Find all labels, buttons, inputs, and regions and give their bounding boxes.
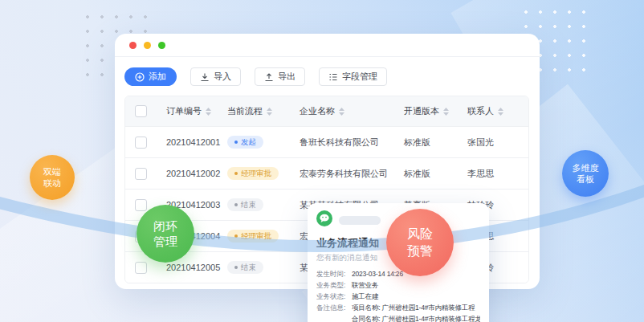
- page-background: 添加 导入 导出 字段管理: [0, 0, 644, 322]
- row-checkbox[interactable]: [135, 262, 147, 274]
- export-button-label: 导出: [278, 71, 296, 83]
- select-all-checkbox[interactable]: [135, 105, 147, 117]
- status-dot-icon: [234, 234, 238, 238]
- feature-badge-risk-warning: 风险预警: [386, 209, 454, 276]
- feature-badge-closed-loop: 闭环管理: [137, 205, 194, 263]
- col-header-order-id[interactable]: 订单编号: [166, 105, 202, 117]
- cell-order-id: 20210412005: [156, 263, 217, 272]
- upload-icon: [264, 72, 274, 82]
- field-manage-button[interactable]: 字段管理: [319, 67, 387, 86]
- flow-status-badge: 经理审批: [227, 167, 279, 180]
- flow-status-badge: 结束: [227, 198, 263, 211]
- window-maximize-icon[interactable]: [158, 42, 165, 49]
- cell-version: 标准版: [393, 137, 457, 149]
- col-header-flow[interactable]: 当前流程: [227, 105, 263, 117]
- notification-field: 发生时间:2023-03-14 14:26: [316, 268, 480, 279]
- notification-field: 合同名称: 广州碧桂园1-4#市内精装修工程龙骨采购合同: [316, 313, 480, 322]
- export-button[interactable]: 导出: [255, 67, 305, 86]
- status-dot-icon: [234, 172, 238, 175]
- notification-field: 业务状态:施工在建: [316, 291, 480, 302]
- status-dot-icon: [234, 141, 238, 144]
- cell-contact: 李思思: [457, 168, 528, 180]
- add-button-label: 添加: [149, 71, 166, 83]
- sort-icon[interactable]: [206, 108, 211, 116]
- cell-order-id: 20210412001: [156, 137, 217, 147]
- col-header-version[interactable]: 开通版本: [404, 105, 439, 117]
- row-checkbox[interactable]: [135, 199, 147, 211]
- sort-icon[interactable]: [498, 108, 503, 116]
- col-header-company[interactable]: 企业名称: [300, 105, 335, 117]
- cell-contact: 张国光: [457, 137, 528, 149]
- sort-icon[interactable]: [267, 108, 272, 116]
- feature-badge-dual-linkage: 双端联动: [30, 155, 75, 200]
- cell-company: 宏泰劳务科技有限公司: [289, 168, 393, 180]
- add-button[interactable]: 添加: [124, 67, 177, 86]
- download-icon: [200, 72, 210, 82]
- list-icon: [328, 72, 338, 82]
- row-checkbox[interactable]: [135, 168, 147, 180]
- wechat-icon: [316, 210, 332, 230]
- status-dot-icon: [234, 266, 238, 269]
- cell-version: 标准版: [393, 168, 457, 180]
- row-checkbox[interactable]: [135, 137, 147, 149]
- window-minimize-icon[interactable]: [144, 42, 151, 49]
- cell-order-id: 20210412002: [156, 169, 217, 178]
- sender-name-placeholder: [339, 216, 381, 225]
- window-close-icon[interactable]: [129, 42, 137, 49]
- status-dot-icon: [234, 203, 238, 206]
- import-button[interactable]: 导入: [190, 67, 241, 86]
- notification-field: 业务类型:联营业务: [316, 279, 480, 291]
- notification-field: 备注信息:项目名称: 广州碧桂园1-4#市内精装修工程: [316, 302, 480, 313]
- table-row[interactable]: 20210412001 发起 鲁班长科技有限公司 标准版 张国光: [125, 126, 528, 157]
- flow-status-badge: 发起: [227, 136, 263, 149]
- table-header-row: 订单编号 当前流程 企业名称 开通版本 联系人: [125, 96, 528, 126]
- cell-company: 鲁班长科技有限公司: [289, 137, 393, 149]
- flow-status-badge: 结束: [227, 261, 263, 274]
- table-row[interactable]: 20210412002 经理审批 宏泰劳务科技有限公司 标准版 李思思: [125, 157, 528, 189]
- notification-fields: 发生时间:2023-03-14 14:26 业务类型:联营业务 业务状态:施工在…: [316, 268, 480, 322]
- sort-icon[interactable]: [339, 108, 344, 116]
- sort-icon[interactable]: [443, 108, 449, 116]
- import-button-label: 导入: [214, 71, 231, 83]
- field-manage-button-label: 字段管理: [342, 71, 377, 83]
- flow-status-badge: 经理审批: [227, 230, 279, 243]
- col-header-contact[interactable]: 联系人: [467, 105, 494, 117]
- window-titlebar: [115, 34, 540, 57]
- feature-badge-multi-dashboard: 多维度看板: [562, 150, 609, 197]
- plus-circle-icon: [135, 72, 145, 82]
- toolbar: 添加 导入 导出 字段管理: [115, 57, 540, 86]
